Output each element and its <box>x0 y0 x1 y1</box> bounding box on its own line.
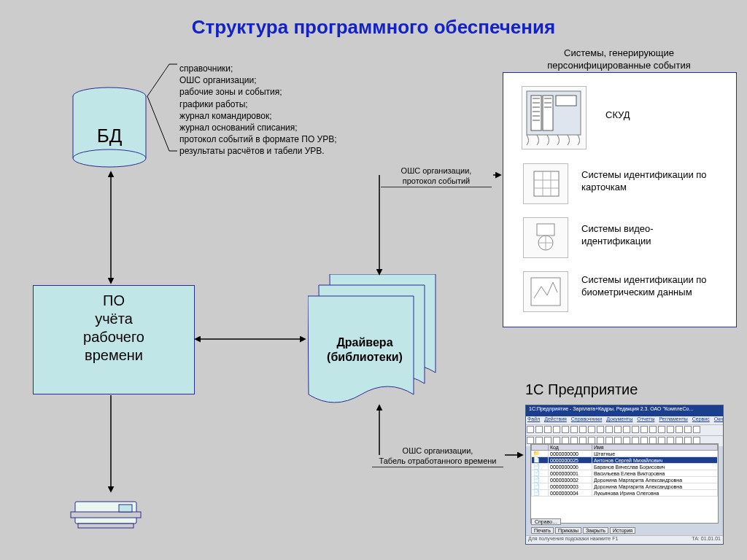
menu-item[interactable]: Сервис <box>692 416 710 421</box>
list-item: рабочие зоны и события; <box>179 86 337 98</box>
app1c-menubar: Файл Действия Справочники Документы Отче… <box>526 416 723 424</box>
list-item: журнал оснований списания; <box>179 122 337 133</box>
list-item: протокол событий в формате ПО УРВ; <box>179 133 337 145</box>
svg-rect-9 <box>543 96 553 131</box>
col-header[interactable]: Код <box>549 445 592 451</box>
menu-item[interactable]: Действия <box>544 416 567 421</box>
printer-icon <box>69 494 142 538</box>
app1c-button[interactable]: Печать <box>531 527 554 534</box>
table-row[interactable]: 📄0000000002Доронина Маргарита Александро… <box>532 477 718 483</box>
menu-item[interactable]: Справочники <box>571 416 602 421</box>
po-box-label: ПО учёта рабочего времени <box>34 286 194 365</box>
app1c-button[interactable]: Закрыть <box>583 527 608 534</box>
table-row[interactable]: 📄0000000004Лукьянова Ирина Олеговна <box>532 490 718 497</box>
svg-rect-5 <box>71 512 141 518</box>
sys-label-skud: СКУД <box>605 109 744 122</box>
edge-label-top: ОШС организации, протокол событий <box>381 166 492 187</box>
list-item: ОШС организации; <box>179 74 337 86</box>
db-label: БД <box>97 125 123 147</box>
table-row[interactable]: 📄0000000025Антонов Сергей Михайлович <box>532 457 718 464</box>
db-cylinder: БД <box>69 85 150 173</box>
table-row[interactable]: 📁0000000000Штатные <box>532 451 718 457</box>
table-row[interactable]: 📄0000000003Доронина Маргарита Александро… <box>532 483 718 490</box>
app1c-button[interactable]: История <box>610 527 635 534</box>
cards-icon <box>523 163 568 204</box>
status-left: Для получения подсказки нажмите F1 <box>528 536 618 544</box>
app1c-grid: Код Имя 📁0000000000Штатные 📄0000000025Ан… <box>530 443 719 524</box>
list-item: графики работы; <box>179 98 337 110</box>
app1c-buttonrow: Печать Приказы Закрыть История <box>531 527 635 534</box>
app1c-tab[interactable]: Справо… <box>531 518 561 525</box>
edge-label-bottom: ОШС организации, Табель отработанного вр… <box>372 446 503 467</box>
svg-point-2 <box>73 149 146 167</box>
app1c-title: 1С Предприятие <box>525 381 638 398</box>
menu-item[interactable]: Файл <box>527 416 540 421</box>
menu-item[interactable]: Окна <box>714 416 723 421</box>
drivers-box-label: Драйвера (библиотеки) <box>314 335 416 365</box>
app1c-toolbar-1 <box>526 424 723 435</box>
systems-title: Системы, генерирующие персонифицированны… <box>503 47 735 72</box>
col-header[interactable]: Имя <box>592 445 717 451</box>
sys-label-bio: Системы идентификации по биометрическим … <box>581 274 720 299</box>
app1c-titlebar: 1С:Предприятие - Зарплата+Кадры. Редакци… <box>526 405 723 416</box>
app1c-statusbar: Для получения подсказки нажмите F1 ТА: 0… <box>526 535 723 544</box>
diagram-title: Структура программного обеспечения <box>0 16 747 39</box>
status-right: ТА: 01.01.01 <box>692 536 721 544</box>
sys-label-cards: Системы идентификации по карточкам <box>581 169 720 194</box>
list-item: справочники; <box>179 63 337 74</box>
menu-item[interactable]: Регламенты <box>659 416 687 421</box>
svg-rect-20 <box>534 171 559 196</box>
svg-rect-25 <box>537 224 554 236</box>
table-row[interactable]: 📄0000000001Васильева Елена Викторовна <box>532 470 718 477</box>
svg-rect-6 <box>119 505 132 512</box>
sys-label-video: Системы видео-идентификации <box>581 223 720 248</box>
bio-icon <box>523 271 568 312</box>
db-item-list: справочники; ОШС организации; рабочие зо… <box>179 63 337 158</box>
svg-rect-10 <box>556 96 576 106</box>
skud-icon <box>522 86 587 149</box>
app1c-button[interactable]: Приказы <box>555 527 581 534</box>
menu-item[interactable]: Документы <box>606 416 632 421</box>
po-box: ПО учёта рабочего времени <box>33 285 195 394</box>
list-item: результаты расчётов и табели УРВ. <box>179 145 337 157</box>
list-item: журнал командировок; <box>179 110 337 122</box>
svg-rect-4 <box>78 524 133 528</box>
svg-rect-29 <box>531 278 560 306</box>
table-row[interactable]: 📄0000000006Баранов Вячеслав Борисович <box>532 464 718 470</box>
svg-rect-8 <box>531 96 541 131</box>
menu-item[interactable]: Отчеты <box>637 416 654 421</box>
app1c-window: 1С:Предприятие - Зарплата+Кадры. Редакци… <box>525 405 724 545</box>
video-icon <box>523 217 568 258</box>
